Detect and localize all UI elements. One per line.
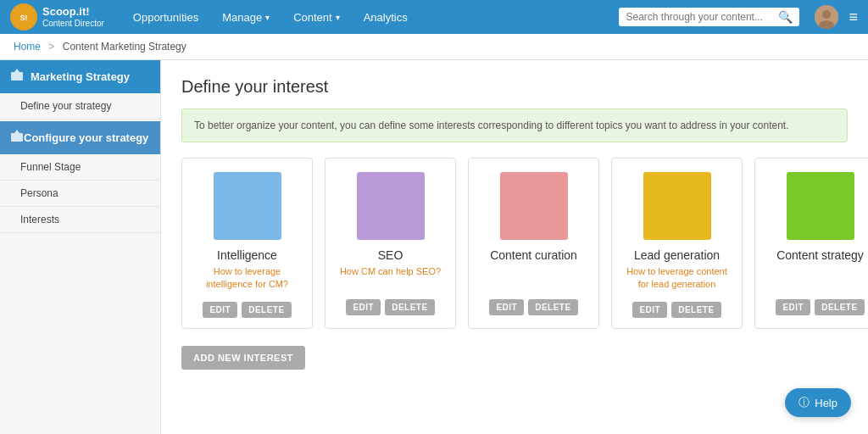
card-delete-btn-seo[interactable]: DELETE — [385, 299, 434, 315]
card-actions-seo: EDIT DELETE — [346, 299, 434, 315]
card-edit-btn-lead-generation[interactable]: EDIT — [632, 302, 667, 318]
card-actions-lead-generation: EDIT DELETE — [632, 302, 721, 318]
svg-rect-7 — [11, 133, 23, 142]
hamburger-icon[interactable]: ≡ — [849, 8, 858, 26]
card-title-intelligence: Intelligence — [217, 248, 277, 262]
card-desc-lead-generation: How to leverage content for lead generat… — [622, 265, 732, 292]
card-title-content-strategy: Content strategy — [776, 248, 864, 262]
search-icon: 🔍 — [778, 10, 793, 24]
app-logo[interactable]: S! Scoop.it! Content Director — [10, 3, 104, 31]
card-delete-btn-content-strategy[interactable]: DELETE — [815, 299, 864, 315]
nav-links: Opportunities Manage ▾ Content ▾ Analyti… — [121, 0, 611, 34]
nav-content[interactable]: Content ▾ — [281, 0, 352, 34]
info-banner: To better organize your content, you can… — [181, 108, 848, 142]
manage-arrow-icon: ▾ — [265, 13, 270, 22]
svg-point-3 — [822, 10, 831, 19]
svg-marker-8 — [14, 130, 19, 133]
card-actions-intelligence: EDIT DELETE — [203, 302, 291, 318]
interest-card-seo: SEO How CM can help SEO? EDIT DELETE — [325, 158, 456, 329]
content-area: Define your interest To better organize … — [161, 60, 868, 434]
logo-sub: Content Director — [42, 19, 104, 29]
help-button[interactable]: ⓘ Help — [785, 388, 851, 417]
card-edit-btn-intelligence[interactable]: EDIT — [203, 302, 237, 318]
page-title: Define your interest — [181, 77, 848, 97]
interest-cards-container: Intelligence How to leverage intelligenc… — [181, 158, 848, 329]
help-circle-icon: ⓘ — [798, 395, 810, 410]
card-actions-content-curation: EDIT DELETE — [489, 299, 577, 315]
sidebar: Marketing Strategy Define your strategy … — [0, 60, 161, 434]
card-title-seo: SEO — [378, 248, 403, 262]
card-image-intelligence — [214, 172, 281, 240]
sidebar-item-define-strategy[interactable]: Define your strategy — [0, 93, 160, 120]
card-delete-btn-lead-generation[interactable]: DELETE — [671, 302, 721, 318]
content-arrow-icon: ▾ — [336, 13, 340, 22]
card-delete-btn-intelligence[interactable]: DELETE — [242, 302, 291, 318]
logo-name: Scoop.it! — [42, 5, 90, 18]
card-image-lead-generation — [643, 172, 711, 240]
marketing-strategy-icon — [10, 69, 24, 85]
card-delete-btn-content-curation[interactable]: DELETE — [528, 299, 577, 315]
nav-opportunities[interactable]: Opportunities — [121, 0, 210, 34]
card-desc-intelligence: How to leverage intelligence for CM? — [192, 265, 302, 292]
interest-card-intelligence: Intelligence How to leverage intelligenc… — [181, 158, 313, 329]
card-image-seo — [357, 172, 425, 240]
card-title-lead-generation: Lead generation — [634, 248, 720, 262]
card-desc-seo: How CM can help SEO? — [340, 265, 441, 289]
sidebar-section-label: Marketing Strategy — [31, 70, 130, 83]
card-edit-btn-content-curation[interactable]: EDIT — [489, 299, 524, 315]
sidebar-subsection-label: Configure your strategy — [24, 131, 148, 144]
card-image-content-strategy — [787, 172, 854, 240]
svg-text:S!: S! — [20, 14, 28, 22]
svg-rect-5 — [11, 72, 23, 81]
card-title-content-curation: Content curation — [490, 248, 577, 262]
sidebar-section-marketing-strategy[interactable]: Marketing Strategy — [0, 60, 160, 93]
breadcrumb-separator: > — [48, 41, 54, 53]
nav-analytics[interactable]: Analytics — [352, 0, 420, 34]
card-edit-btn-seo[interactable]: EDIT — [346, 299, 381, 315]
help-label: Help — [815, 397, 837, 409]
interest-card-lead-generation: Lead generation How to leverage content … — [611, 158, 743, 329]
sidebar-item-persona[interactable]: Persona — [0, 181, 160, 207]
sidebar-item-funnel-stage[interactable]: Funnel Stage — [0, 154, 160, 181]
breadcrumb: Home > Content Marketing Strategy — [0, 34, 868, 60]
breadcrumb-current: Content Marketing Strategy — [63, 41, 186, 53]
nav-manage[interactable]: Manage ▾ — [210, 0, 281, 34]
card-actions-content-strategy: EDIT DELETE — [776, 299, 864, 315]
logo-icon: S! — [10, 3, 37, 31]
search-box[interactable]: 🔍 — [619, 8, 799, 26]
search-input[interactable] — [626, 11, 778, 23]
add-new-interest-button[interactable]: ADD NEW INTEREST — [181, 346, 305, 370]
breadcrumb-home[interactable]: Home — [14, 41, 41, 53]
main-layout: Marketing Strategy Define your strategy … — [0, 60, 868, 434]
configure-strategy-icon — [10, 130, 24, 146]
svg-marker-6 — [14, 69, 19, 72]
user-avatar[interactable] — [815, 5, 838, 29]
sidebar-item-interests[interactable]: Interests — [0, 207, 160, 233]
card-image-content-curation — [500, 172, 568, 240]
interest-card-content-curation: Content curation EDIT DELETE — [468, 158, 599, 329]
sidebar-section-configure-strategy[interactable]: Configure your strategy — [0, 121, 160, 154]
interest-card-content-strategy: Content strategy EDIT DELETE — [754, 158, 868, 329]
card-edit-btn-content-strategy[interactable]: EDIT — [776, 299, 810, 315]
top-navigation: S! Scoop.it! Content Director Opportunit… — [0, 0, 868, 34]
